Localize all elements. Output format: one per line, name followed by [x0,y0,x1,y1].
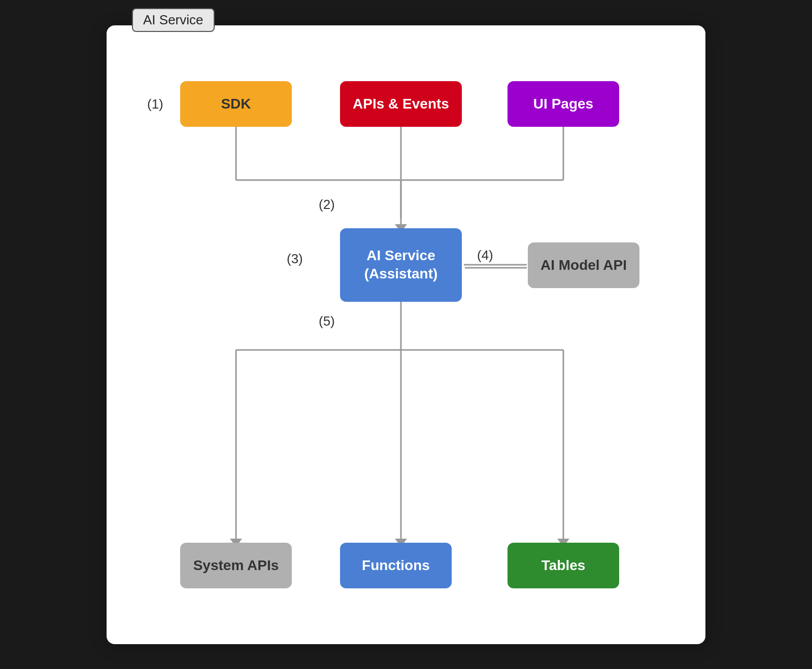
ui-box: UI Pages [507,81,619,127]
tables-box: Tables [507,543,619,588]
diagram: (1) (2) (3) (4) (5) SDK APIs & Events UI… [107,25,705,644]
label-step2: (2) [319,197,335,213]
label-step5: (5) [319,313,335,329]
label-step4: (4) [477,248,493,263]
ai-service-box: AI Service(Assistant) [340,228,462,302]
sdk-box: SDK [180,81,292,127]
apis-box: APIs & Events [340,81,462,127]
functions-box: Functions [340,543,452,588]
window: AI Service [107,25,705,644]
ai-model-box: AI Model API [528,242,639,288]
system-apis-box: System APIs [180,543,292,588]
label-step1: (1) [147,96,163,112]
label-step3: (3) [287,251,303,267]
